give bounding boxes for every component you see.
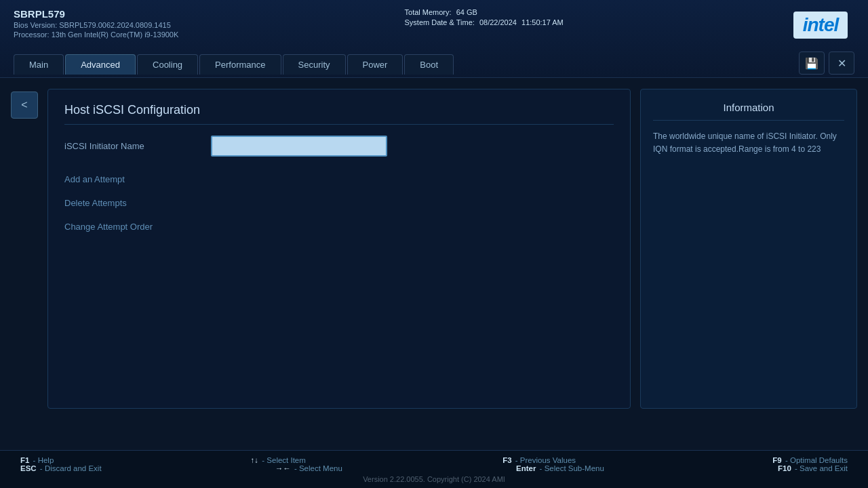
processor-info: Processor: 13th Gen Intel(R) Core(TM) i9… [14,30,178,39]
tab-security[interactable]: Security [283,54,346,75]
footer-version: Version 2.22.0055. Copyright (C) 2024 AM… [20,475,848,483]
footer-row-2: ESC - Discard and Exit →← - Select Menu … [20,464,848,472]
model-name: SBRPL579 [14,8,178,20]
initiator-name-row: iSCSI Initiator Name [64,136,614,157]
initiator-label: iSCSI Initiator Name [64,141,200,151]
header-left: SBRPL579 Bios Version: SBRPL579.0062.202… [14,8,178,39]
nav-bar: Main Advanced Cooling Performance Securi… [14,49,854,77]
header: SBRPL579 Bios Version: SBRPL579.0062.202… [0,0,868,78]
main-content: < Host iSCSI Configuration iSCSI Initiat… [0,78,868,420]
bios-version: Bios Version: SBRPL579.0062.2024.0809.14… [14,21,178,29]
tab-cooling[interactable]: Cooling [137,54,198,75]
tab-main[interactable]: Main [14,54,64,75]
tab-performance[interactable]: Performance [199,54,281,75]
back-button[interactable]: < [11,92,38,119]
initiator-name-input[interactable] [211,136,387,157]
footer-esc-discard: ESC - Discard and Exit [20,464,102,472]
footer-f1-help: F1 - Help [20,456,54,464]
back-arrow-icon: < [21,99,27,111]
tab-power[interactable]: Power [347,54,403,75]
info-title: Information [653,102,844,121]
footer-f3-prev: F3 - Previous Values [502,456,576,464]
info-text: The worldwide unique name of iSCSI Initi… [653,130,844,156]
page-title: Host iSCSI Configuration [64,103,614,125]
tab-boot[interactable]: Boot [404,54,454,75]
footer-select-menu: →← - Select Menu [275,464,342,472]
footer-select-item: ↑↓ - Select Item [251,456,306,464]
total-memory: Total Memory: 64 GB [402,8,477,16]
header-center: Total Memory: 64 GB System Date & Time: … [402,8,564,26]
tab-advanced[interactable]: Advanced [65,54,136,75]
delete-attempts-link[interactable]: Delete Attempts [64,194,614,212]
footer-f9-optimal: F9 - Optimal Defaults [772,456,848,464]
header-info: SBRPL579 Bios Version: SBRPL579.0062.202… [14,8,854,42]
add-attempt-link[interactable]: Add an Attempt [64,170,614,188]
save-button[interactable]: 💾 [799,52,825,75]
change-attempt-order-link[interactable]: Change Attempt Order [64,218,614,236]
nav-tabs: Main Advanced Cooling Performance Securi… [14,54,454,75]
close-icon: ✕ [837,57,846,70]
footer-row-1: F1 - Help ↑↓ - Select Item F3 - Previous… [20,456,848,464]
save-icon: 💾 [805,57,818,70]
system-datetime: System Date & Time: 08/22/2024 11:50:17 … [402,18,564,26]
nav-actions: 💾 ✕ [799,52,854,77]
close-button[interactable]: ✕ [829,52,854,75]
footer-f10-save: F10 - Save and Exit [778,464,848,472]
content-panel: Host iSCSI Configuration iSCSI Initiator… [47,89,631,409]
footer: F1 - Help ↑↓ - Select Item F3 - Previous… [0,450,868,488]
info-panel: Information The worldwide unique name of… [640,89,857,409]
actions-section: Add an Attempt Delete Attempts Change At… [64,170,614,236]
footer-enter-submenu: Enter - Select Sub-Menu [516,464,604,472]
intel-logo: intel [787,8,854,42]
